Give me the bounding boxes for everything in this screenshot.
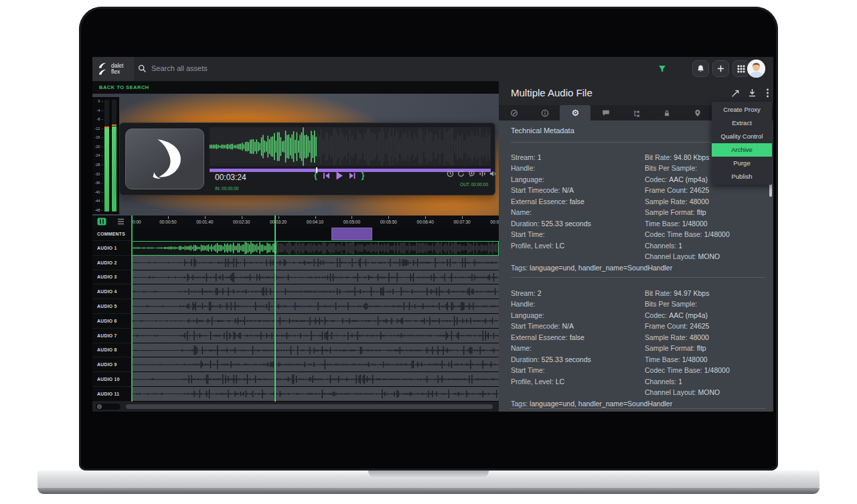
track-lane-area[interactable]	[131, 228, 499, 402]
field-label: Tags:	[511, 264, 528, 272]
set-in-point-button[interactable]: {	[314, 171, 317, 179]
comment-marker-block[interactable]	[331, 228, 372, 240]
audio-lane[interactable]	[131, 372, 499, 387]
audio-lane[interactable]	[131, 314, 499, 329]
search-input[interactable]: Search all assets	[151, 64, 208, 72]
add-marker-icon[interactable]	[468, 170, 475, 177]
audio-lane[interactable]	[131, 284, 499, 299]
tab-info[interactable]	[530, 105, 560, 120]
track-label[interactable]: AUDIO 5	[92, 299, 131, 314]
waveform-display[interactable]	[210, 127, 491, 166]
dalet-logo-large-icon	[141, 135, 188, 184]
timeline-ruler[interactable]: 0:0000:00:5000:01:4000:02:3000:03:2000:0…	[131, 216, 499, 228]
metadata-field: Sample Rate:48000	[645, 333, 730, 344]
audio-lane[interactable]	[131, 387, 499, 402]
back-to-search-link[interactable]: BACK TO SEARCH	[99, 84, 149, 90]
notifications-button[interactable]	[692, 60, 709, 77]
menu-item-extract[interactable]: Extract	[712, 116, 772, 130]
dalet-flex-logo[interactable]: dalet flex	[92, 57, 134, 81]
audio-lane[interactable]	[131, 329, 499, 343]
comments-lane[interactable]	[131, 228, 499, 241]
field-value: false	[570, 197, 585, 205]
ruler-label: 00:04:10	[297, 220, 333, 224]
wand-icon[interactable]	[731, 88, 740, 97]
tab-workflow[interactable]	[621, 105, 652, 120]
track-waveform	[131, 331, 499, 341]
actions-dropdown-menu: Create ProxyExtractQuality ControlArchiv…	[712, 102, 772, 185]
field-label: Start Timecode:	[511, 322, 560, 330]
track-label[interactable]: AUDIO 2	[92, 256, 131, 270]
out-point-timecode: OUT: 00:00:00	[460, 182, 488, 187]
zoom-slider-knob[interactable]	[97, 404, 102, 409]
tab-comments[interactable]	[591, 105, 621, 120]
volume-icon[interactable]	[489, 170, 497, 177]
filter-icon[interactable]	[658, 65, 666, 73]
field-label: Sample Rate:	[645, 333, 688, 341]
tab-locations[interactable]	[682, 105, 713, 120]
field-value: 1/48000	[704, 366, 730, 374]
menu-item-archive[interactable]: Archive	[712, 143, 772, 157]
audio-meter-icon[interactable]	[479, 170, 486, 177]
add-new-button[interactable]	[712, 60, 729, 77]
menu-item-publish[interactable]: Publish	[712, 170, 772, 183]
audio-view-toggle-icon[interactable]	[97, 218, 106, 226]
menu-item-quality-control[interactable]: Quality Control	[712, 130, 772, 143]
audio-lane[interactable]	[131, 343, 499, 358]
playback-speed-icon[interactable]	[447, 170, 454, 177]
metadata-field: Channels:1	[645, 242, 730, 252]
track-label[interactable]: AUDIO 4	[92, 284, 131, 299]
audio-lane[interactable]	[131, 256, 499, 270]
ruler-label: 00:02:30	[224, 220, 260, 224]
set-out-point-button[interactable]: }	[362, 171, 365, 179]
audio-lane[interactable]	[131, 357, 499, 372]
metadata-field: Language:	[511, 175, 591, 186]
field-value: 94.97 Kbps	[674, 289, 709, 297]
track-label[interactable]: COMMENTS	[92, 228, 131, 241]
timeline-zoom-slider[interactable]	[96, 404, 121, 410]
field-value: 1/48000	[682, 355, 708, 363]
timeline-playhead[interactable]	[275, 216, 276, 402]
step-back-button[interactable]	[323, 172, 330, 179]
track-label[interactable]: AUDIO 9	[92, 357, 131, 372]
tab-settings[interactable]: ⚙	[560, 105, 591, 120]
track-label[interactable]: AUDIO 11	[92, 387, 131, 402]
audio-lane-selected[interactable]	[131, 241, 499, 256]
field-value: 1	[678, 377, 682, 386]
avatar-image	[747, 60, 765, 78]
track-label[interactable]: AUDIO 8	[92, 343, 131, 358]
track-label[interactable]: AUDIO 3	[92, 270, 131, 285]
player-option-icons	[447, 170, 497, 177]
field-value: 94.80 Kbps	[674, 153, 709, 161]
loop-icon[interactable]	[457, 170, 465, 177]
field-value: N/A	[562, 322, 574, 330]
metadata-field: Time Base:1/48000	[645, 355, 730, 366]
tab-overview[interactable]	[499, 105, 530, 120]
field-value: AAC (mp4a)	[669, 311, 708, 319]
track-label[interactable]: AUDIO 10	[92, 372, 131, 387]
list-view-toggle-icon[interactable]	[117, 218, 125, 225]
field-value: 48000	[690, 333, 709, 341]
track-label[interactable]: AUDIO 6	[92, 314, 131, 329]
audio-lane[interactable]	[131, 270, 499, 285]
field-label: Channels:	[645, 377, 676, 386]
timeline-horizontal-scrollbar[interactable]	[126, 404, 493, 409]
track-label[interactable]: AUDIO 7	[92, 329, 131, 343]
ruler-tick	[352, 216, 352, 219]
audio-lane[interactable]	[131, 299, 499, 314]
field-value: 24625	[690, 322, 709, 330]
tab-security[interactable]	[651, 105, 682, 120]
field-label: Channel Layout:	[645, 252, 696, 260]
track-label[interactable]: AUDIO 1	[92, 241, 131, 256]
field-value: AAC (mp4a)	[669, 175, 708, 183]
menu-item-create-proxy[interactable]: Create Proxy	[712, 103, 772, 116]
app-window: dalet flex Search all assets	[92, 57, 773, 412]
download-icon[interactable]	[748, 88, 757, 97]
user-avatar[interactable]	[747, 60, 765, 78]
field-label: Bits Per Sample:	[645, 300, 697, 308]
kebab-menu-icon[interactable]	[766, 88, 769, 98]
asset-thumbnail[interactable]	[125, 129, 204, 189]
menu-item-purge[interactable]: Purge	[712, 157, 772, 170]
play-button[interactable]	[335, 171, 343, 180]
ruler-tick	[462, 216, 463, 219]
step-forward-button[interactable]	[349, 172, 356, 179]
